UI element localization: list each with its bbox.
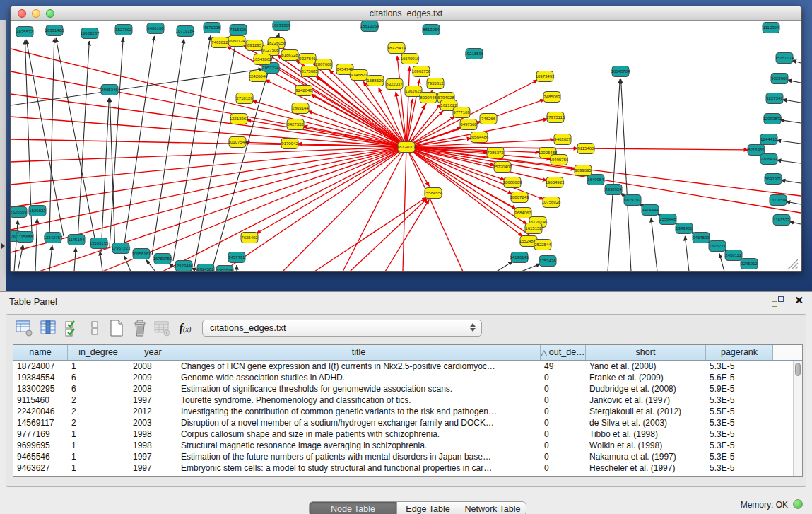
graph-node[interactable]: 17016504: [769, 195, 788, 206]
graph-node[interactable]: 18807249: [510, 192, 529, 203]
graph-node[interactable]: 6497568: [460, 119, 477, 130]
graph-node[interactable]: 9227341: [766, 93, 783, 104]
graph-node[interactable]: 19654923: [546, 177, 565, 188]
graph-node[interactable]: 2556448: [659, 214, 676, 225]
left-panel-splitter[interactable]: [0, 20, 6, 291]
split-view-icon[interactable]: [86, 319, 104, 337]
graph-node[interactable]: 10719184: [176, 26, 195, 37]
graph-node[interactable]: 17975115: [546, 112, 565, 123]
graph-node[interactable]: 7515526: [230, 25, 247, 35]
graph-node[interactable]: 15584554: [424, 188, 443, 199]
graph-node[interactable]: 8938924: [605, 185, 622, 195]
float-window-icon[interactable]: [772, 296, 784, 307]
column-header-indegree[interactable]: in_degree: [68, 345, 129, 360]
graph-node[interactable]: 9454503: [693, 233, 710, 243]
table-selector-dropdown[interactable]: citations_edges.txt: [202, 320, 482, 337]
graph-node[interactable]: 9699695: [575, 165, 592, 176]
graph-node[interactable]: 8186328: [281, 50, 298, 61]
table-row[interactable]: 969969511998Structural magnetic resonanc…: [13, 440, 793, 451]
graph-node[interactable]: 16640910: [401, 54, 420, 64]
graph-node[interactable]: 16543862: [253, 54, 272, 65]
graph-node[interactable]: 12923446: [175, 261, 194, 271]
graph-node[interactable]: 7986372: [487, 148, 504, 158]
graph-node[interactable]: 1753426: [539, 256, 556, 267]
graph-node[interactable]: 1343406: [676, 223, 693, 234]
network-window-titlebar[interactable]: citations_edges.txt: [11, 6, 801, 21]
graph-node[interactable]: 10653287: [81, 28, 100, 39]
column-select-icon[interactable]: [39, 319, 57, 337]
table-row[interactable]: 946362711997Embryonic stem cells: a mode…: [13, 462, 793, 474]
graph-node[interactable]: 7955812: [427, 78, 444, 89]
column-header-name[interactable]: name: [13, 345, 68, 360]
graph-node[interactable]: 1675233: [709, 241, 726, 252]
column-header-pagerank[interactable]: pagerank: [706, 345, 773, 360]
graph-node[interactable]: 16782759: [153, 254, 172, 264]
graph-node[interactable]: 15720407: [493, 162, 512, 173]
graph-node[interactable]: 1112304: [763, 23, 779, 33]
graph-node[interactable]: 2450122: [725, 250, 742, 261]
column-header-year[interactable]: year: [129, 345, 177, 360]
graph-node[interactable]: 13505135: [90, 238, 109, 249]
graph-node[interactable]: 18724007: [397, 142, 416, 153]
graph-node[interactable]: 22420046: [249, 71, 268, 82]
graph-node[interactable]: 14136141: [510, 252, 529, 263]
graph-node[interactable]: 16648784: [611, 66, 630, 77]
graph-node[interactable]: 4635572: [16, 27, 33, 37]
delete-table-disabled-icon[interactable]: [153, 319, 171, 337]
graph-node[interactable]: 19495756: [550, 155, 569, 165]
graph-node[interactable]: 2718126: [236, 93, 253, 104]
vertical-scrollbar[interactable]: [793, 361, 802, 476]
graph-node[interactable]: 16961758: [412, 66, 431, 77]
close-panel-icon[interactable]: ✕: [794, 294, 804, 307]
graph-node[interactable]: 8427552: [287, 119, 304, 130]
graph-node[interactable]: 746266: [480, 114, 497, 124]
graph-node[interactable]: 12213363: [230, 114, 249, 124]
table-row[interactable]: 1456911722003Disruption of a novel membe…: [13, 417, 793, 428]
new-table-icon[interactable]: [107, 319, 126, 337]
graph-node[interactable]: 8924501: [197, 264, 214, 272]
graph-node[interactable]: 16033809: [272, 21, 291, 31]
graph-node[interactable]: 1244415: [760, 134, 777, 145]
graph-node[interactable]: 1529823: [29, 206, 46, 216]
graph-node[interactable]: 9777169: [453, 107, 470, 118]
graph-node[interactable]: 9960124: [228, 36, 245, 47]
graph-node[interactable]: 9329966: [771, 74, 788, 84]
graph-node[interactable]: 4671338: [204, 23, 220, 33]
scrollbar-thumb[interactable]: [795, 363, 801, 376]
column-header-short[interactable]: short: [586, 345, 706, 360]
graph-node[interactable]: 1688520: [367, 76, 384, 86]
graph-node[interactable]: 6879197: [624, 195, 641, 206]
row-check-icon[interactable]: [63, 319, 81, 337]
graph-node[interactable]: 20691406: [45, 25, 64, 36]
table-settings-icon[interactable]: [15, 319, 33, 337]
graph-node[interactable]: 7485063: [543, 92, 560, 103]
function-builder-icon[interactable]: f(x): [176, 319, 194, 337]
graph-node[interactable]: 1527602: [115, 25, 132, 35]
graph-node[interactable]: 9463627: [554, 134, 571, 145]
network-canvas[interactable]: 4635572206914061065328715276026466160107…: [11, 21, 801, 271]
graph-node[interactable]: 9242848: [295, 86, 312, 96]
graph-node[interactable]: 891295: [246, 40, 263, 51]
graph-node[interactable]: 10973493: [536, 71, 555, 82]
network-graph[interactable]: 4635572206914061065328715276026466160107…: [11, 21, 801, 271]
graph-node[interactable]: 8322037: [386, 79, 403, 90]
graph-node[interactable]: 5692971: [765, 174, 782, 185]
graph-node[interactable]: 2803144: [292, 103, 309, 114]
graph-node[interactable]: 1640954: [587, 175, 604, 185]
table-row[interactable]: 946554611997Estimation of the future num…: [13, 451, 793, 462]
graph-node[interactable]: 9457791: [228, 252, 245, 263]
graph-node[interactable]: 1615152: [525, 223, 542, 234]
graph-node[interactable]: 6466160: [147, 23, 164, 34]
graph-node[interactable]: 9170042: [281, 139, 298, 149]
graph-node[interactable]: 10688609: [503, 177, 522, 188]
table-row[interactable]: 1938455462009Genome-wide association stu…: [13, 372, 793, 383]
graph-node[interactable]: 7463822: [211, 37, 228, 48]
graph-node[interactable]: 8990448: [420, 93, 437, 103]
graph-node[interactable]: 1167533: [773, 215, 790, 226]
graph-node[interactable]: 2106433: [760, 154, 777, 165]
splitter-expand-icon[interactable]: [1, 243, 5, 249]
graph-node[interactable]: 1115688: [16, 232, 33, 243]
table-row[interactable]: 1830029562008Estimation of significance …: [13, 383, 793, 395]
graph-node[interactable]: 10107544: [228, 137, 247, 148]
graph-node[interactable]: 12342757: [44, 233, 63, 243]
